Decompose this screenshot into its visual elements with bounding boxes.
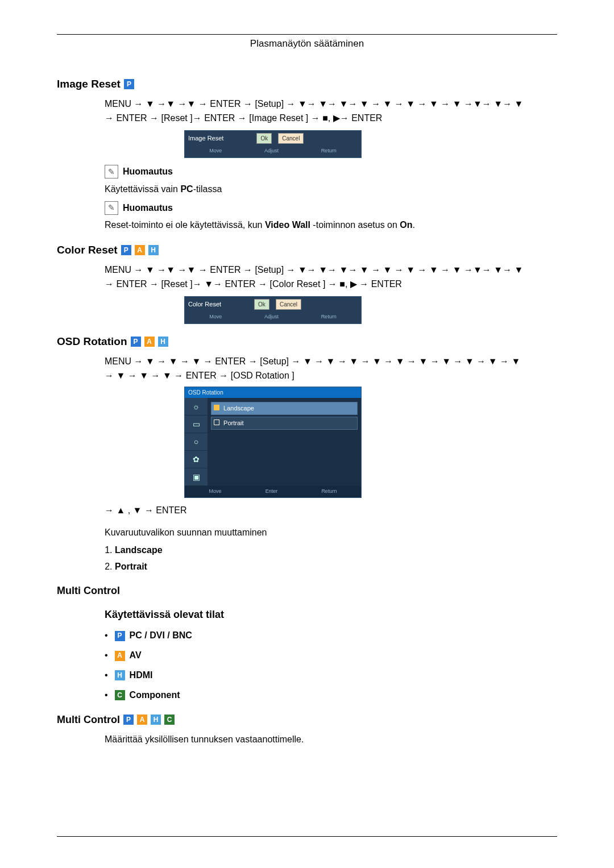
section-title-osd-rotation: OSD Rotation P A H	[57, 335, 557, 348]
hint-enter: Enter	[265, 488, 278, 496]
hint-adjust: Adjust	[264, 313, 279, 321]
list-item: H HDMI	[105, 668, 557, 683]
header-rule	[57, 34, 557, 35]
osd-label: Color Reset	[188, 300, 221, 309]
heading-text: Color Reset	[57, 244, 118, 256]
hint-move: Move	[209, 488, 222, 496]
radio-dot-icon	[214, 405, 219, 410]
note-block: ✎ Huomautus	[105, 165, 557, 179]
side-icon: ▣	[185, 468, 208, 486]
note-label: Huomautus	[123, 165, 173, 179]
hint-return: Return	[321, 313, 337, 321]
radio-dot-icon	[214, 420, 219, 425]
mode-badge-p-icon: P	[121, 245, 131, 255]
note-icon: ✎	[105, 165, 118, 178]
note-block: ✎ Huomautus	[105, 201, 557, 215]
list-item-label: Portrait	[115, 562, 147, 571]
nav-sequence: MENU → ▼ →▼ →▼ → ENTER → [Setup] → ▼→ ▼→…	[105, 263, 557, 277]
menu-option-landscape[interactable]: Landscape	[211, 402, 358, 415]
note-icon: ✎	[105, 201, 118, 215]
nav-sequence: MENU → ▼ →▼ →▼ → ENTER → [Setup] → ▼→ ▼→…	[105, 97, 557, 111]
description-text: Kuvaruutuvalikon suunnan muuttaminen	[105, 526, 557, 540]
menu-option-portrait[interactable]: Portrait	[211, 417, 358, 430]
side-icon: ✿	[185, 451, 208, 468]
sub-heading: Käytettävissä olevat tilat	[105, 607, 557, 623]
osd-menu-rotation: OSD Rotation ☼ ▭ ○ ✿ ▣ Landscape	[184, 387, 362, 498]
mode-badge-h-icon: H	[115, 670, 125, 680]
description-text: Määrittää yksilöllisen tunnuksen vastaan…	[105, 733, 557, 747]
heading-text: Multi Control	[57, 585, 120, 597]
nav-sequence: → ENTER → [Reset ]→ ▼→ ENTER → [Color Re…	[105, 277, 557, 292]
ok-button[interactable]: Ok	[256, 133, 272, 144]
hint-move: Move	[209, 147, 222, 155]
osd-side-icons: ☼ ▭ ○ ✿ ▣	[185, 398, 208, 486]
mode-label: PC / DVI / BNC	[130, 629, 192, 643]
content-color-reset: MENU → ▼ →▼ →▼ → ENTER → [Setup] → ▼→ ▼→…	[105, 263, 557, 324]
hint-move: Move	[209, 313, 222, 321]
hint-adjust: Adjust	[264, 147, 279, 155]
nav-sequence: → ENTER → [Reset ]→ ENTER → [Image Reset…	[105, 111, 557, 126]
nav-sequence: → ▲ , ▼ → ENTER	[105, 504, 557, 518]
content-multi-control-detail: Määrittää yksilöllisen tunnuksen vastaan…	[105, 733, 557, 747]
cancel-button[interactable]: Cancel	[276, 299, 301, 310]
side-icon: ○	[185, 433, 208, 451]
cancel-button[interactable]: Cancel	[278, 133, 304, 144]
hint-return: Return	[321, 488, 337, 496]
note-label: Huomautus	[123, 201, 173, 215]
mode-badge-p-icon: P	[124, 79, 134, 89]
mode-badge-p-icon: P	[123, 715, 134, 725]
heading-text: OSD Rotation	[57, 335, 127, 348]
mode-label: Component	[130, 688, 180, 703]
content-osd-rotation: MENU → ▼ → ▼ → ▼ → ENTER → [Setup] → ▼ →…	[105, 355, 557, 574]
section-title-multi-control: Multi Control	[57, 585, 557, 597]
option-label: Landscape	[223, 405, 254, 412]
page-header-title: Plasmanäytön säätäminen	[57, 38, 557, 49]
osd-dialog-image-reset: Image Reset Ok Cancel Move Adjust Return	[184, 130, 362, 158]
mode-badge-c-icon: C	[115, 690, 125, 700]
mode-badge-h-icon: H	[148, 245, 159, 255]
options-list: Landscape Portrait	[115, 543, 557, 574]
modes-list: P PC / DVI / BNC A AV H HDMI C Component	[105, 629, 557, 702]
mode-badge-a-icon: A	[137, 715, 147, 725]
note-text-body: Reset-toiminto ei ole käytettävissä, kun…	[105, 218, 557, 232]
mode-badge-a-icon: A	[115, 651, 125, 661]
mode-badge-a-icon: A	[135, 245, 145, 255]
nav-sequence: → ▼ → ▼ → ▼ → ENTER → [OSD Rotation ]	[105, 369, 557, 383]
ok-button[interactable]: Ok	[254, 299, 269, 310]
heading-text: Image Reset	[57, 78, 121, 90]
osd-dialog-color-reset: Color Reset Ok Cancel Move Adjust Return	[184, 296, 362, 324]
mode-badge-a-icon: A	[144, 337, 155, 347]
mode-badge-h-icon: H	[151, 715, 161, 725]
content-multi-control: Käytettävissä olevat tilat P PC / DVI / …	[105, 607, 557, 702]
mode-label: AV	[130, 649, 142, 663]
list-item: C Component	[105, 688, 557, 703]
nav-sequence: MENU → ▼ → ▼ → ▼ → ENTER → [Setup] → ▼ →…	[105, 355, 557, 369]
section-title-image-reset: Image Reset P	[57, 78, 557, 90]
osd-menu-title: OSD Rotation	[185, 387, 361, 398]
side-icon: ▭	[185, 416, 208, 433]
mode-badge-p-icon: P	[131, 337, 141, 347]
mode-badge-p-icon: P	[115, 631, 125, 641]
list-item: P PC / DVI / BNC	[105, 629, 557, 643]
osd-label: Image Reset	[188, 134, 223, 143]
mode-badge-c-icon: C	[164, 715, 175, 725]
list-item-label: Landscape	[115, 545, 163, 555]
mode-label: HDMI	[130, 668, 153, 683]
hint-return: Return	[321, 147, 337, 155]
side-icon: ☼	[185, 398, 208, 416]
mode-badge-h-icon: H	[158, 337, 168, 347]
option-label: Portrait	[223, 420, 243, 426]
footer-rule	[57, 836, 557, 837]
heading-text: Multi Control	[57, 714, 120, 726]
list-item: A AV	[105, 649, 557, 663]
note-text-body: Käytettävissä vain PC-tilassa	[105, 182, 557, 197]
document-page: Plasmanäytön säätäminen Image Reset P ME…	[0, 0, 614, 868]
content-image-reset: MENU → ▼ →▼ →▼ → ENTER → [Setup] → ▼→ ▼→…	[105, 97, 557, 232]
section-title-color-reset: Color Reset P A H	[57, 244, 557, 256]
section-title-multi-control-detail: Multi Control P A H C	[57, 714, 557, 726]
